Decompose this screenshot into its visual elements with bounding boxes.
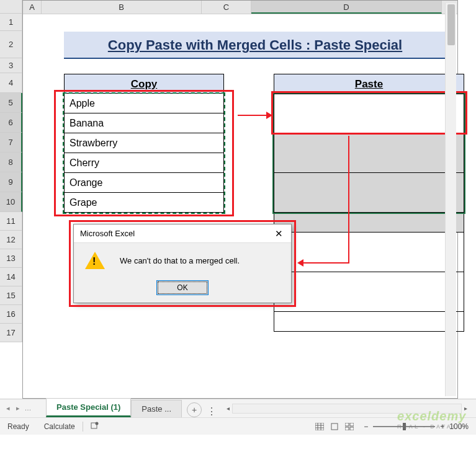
- row-header-15[interactable]: 15: [0, 286, 22, 305]
- merged-cell-d9-d10[interactable]: [274, 173, 464, 213]
- col-header-c[interactable]: C: [202, 1, 251, 14]
- row-header-6[interactable]: 6: [0, 113, 22, 133]
- view-buttons: [313, 420, 356, 433]
- row-header-17[interactable]: 17: [0, 324, 22, 342]
- paste-range: [274, 94, 464, 332]
- worksheet: A B C D Copy Paste with Merged Cells : P…: [22, 0, 458, 399]
- svg-rect-2: [315, 423, 324, 430]
- dialog-titlebar[interactable]: Microsoft Excel ✕: [74, 224, 291, 243]
- watermark: exceldemy REAL - DATA!!!!: [397, 409, 467, 430]
- row-header-9[interactable]: 9: [0, 172, 22, 192]
- sheet-nav: ◂ ▸ …: [0, 404, 36, 412]
- dialog-close-button[interactable]: ✕: [266, 224, 291, 243]
- status-ready: Ready: [0, 422, 37, 431]
- grid-area[interactable]: Copy Paste with Merged Cells : Paste Spe…: [45, 14, 439, 398]
- vertical-scrollbar-thumb[interactable]: [447, 4, 455, 45]
- svg-rect-9: [350, 423, 354, 426]
- cell-b7[interactable]: Strawberry: [64, 133, 224, 153]
- macro-record-icon[interactable]: [83, 421, 107, 432]
- column-headers: A B C D: [23, 1, 457, 14]
- zoom-out-button[interactable]: −: [364, 422, 368, 431]
- row-header-7[interactable]: 7: [0, 133, 22, 153]
- row-header-14[interactable]: 14: [0, 268, 22, 286]
- cell-b5[interactable]: Apple: [64, 94, 224, 113]
- view-normal-icon[interactable]: [313, 420, 326, 433]
- merged-cell-d5-d6[interactable]: [274, 94, 464, 133]
- annotation-arrow-horizontal: [238, 115, 271, 116]
- annotation-arrow-to-dialog: [299, 262, 349, 264]
- row-header-1[interactable]: 1: [0, 14, 22, 31]
- row-header-8[interactable]: 8: [0, 153, 22, 172]
- cell-b8[interactable]: Cherry: [64, 153, 224, 173]
- col-header-b[interactable]: B: [42, 1, 202, 14]
- row-header-10[interactable]: 10: [0, 192, 22, 212]
- error-dialog: Microsoft Excel ✕ We can't do that to a …: [73, 224, 292, 303]
- col-header-a[interactable]: A: [23, 1, 42, 14]
- annotation-arrow-vertical: [348, 136, 349, 264]
- view-page-layout-icon[interactable]: [328, 420, 341, 433]
- tab-overflow-icon[interactable]: ⋮: [207, 405, 218, 417]
- row-header-2[interactable]: 2: [0, 31, 22, 58]
- row-header-4[interactable]: 4: [0, 73, 22, 93]
- svg-rect-7: [331, 423, 338, 430]
- merged-cell-d14-d15[interactable]: [274, 272, 464, 312]
- cell-b9[interactable]: Orange: [64, 173, 224, 193]
- copy-range: Apple Banana Strawberry Cherry Orange Gr…: [64, 94, 224, 213]
- tab-paste-special-1[interactable]: Paste Special (1): [46, 398, 131, 417]
- copy-column-header: Copy: [64, 74, 224, 94]
- row-header-16[interactable]: 16: [0, 305, 22, 324]
- dialog-body: We can't do that to a merged cell.: [74, 243, 291, 278]
- paste-column-header: Paste: [274, 74, 464, 94]
- row-headers: 1 2 3 4 5 6 7 8 9 10 11 12 13 14 15 16 1…: [0, 14, 22, 342]
- dialog-message: We can't do that to a merged cell.: [120, 256, 240, 265]
- ok-button[interactable]: OK: [156, 280, 209, 295]
- cell-d11[interactable]: [274, 213, 464, 233]
- sheet-nav-last[interactable]: ▸: [14, 404, 22, 412]
- row-header-5[interactable]: 5: [0, 93, 22, 113]
- row-header-11[interactable]: 11: [0, 212, 22, 231]
- status-calculate: Calculate: [37, 422, 83, 431]
- page-title: Copy Paste with Merged Cells : Paste Spe…: [64, 32, 446, 59]
- svg-rect-8: [345, 423, 349, 426]
- row-header-13[interactable]: 13: [0, 249, 22, 268]
- vertical-scrollbar[interactable]: [445, 3, 456, 396]
- row-header-12[interactable]: 12: [0, 231, 22, 249]
- tab-paste[interactable]: Paste ...: [131, 400, 182, 417]
- row-header-3[interactable]: 3: [0, 58, 22, 73]
- dialog-title-text: Microsoft Excel: [80, 229, 135, 238]
- view-page-break-icon[interactable]: [343, 420, 356, 433]
- sheet-nav-first[interactable]: ◂: [4, 404, 12, 412]
- svg-point-1: [95, 422, 98, 425]
- svg-rect-11: [350, 427, 354, 430]
- cell-d16[interactable]: [274, 312, 464, 332]
- cell-b6[interactable]: Banana: [64, 113, 224, 133]
- sheet-tabs: Paste Special (1) Paste ... + ⋮: [46, 399, 218, 417]
- svg-rect-10: [345, 427, 349, 430]
- add-sheet-button[interactable]: +: [187, 402, 202, 417]
- warning-icon: [85, 252, 105, 269]
- merged-cell-d7-d8[interactable]: [274, 133, 464, 173]
- sheet-nav-more[interactable]: …: [24, 404, 32, 412]
- col-header-d[interactable]: D: [251, 1, 442, 14]
- select-all-corner[interactable]: [0, 0, 22, 14]
- cell-b10[interactable]: Grape: [64, 193, 224, 213]
